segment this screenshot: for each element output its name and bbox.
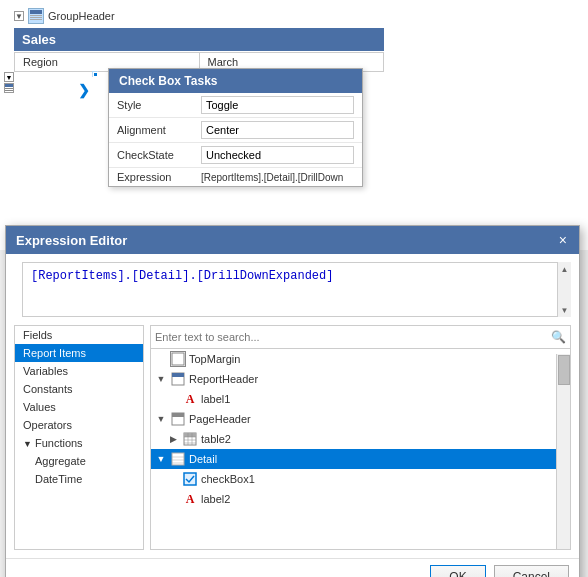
tasks-checkstate-label: CheckState — [117, 149, 197, 161]
tree-item-detail[interactable]: ▼ Detail — [151, 449, 570, 469]
detail-band: ▼ — [4, 72, 14, 93]
icon-topmargin — [170, 351, 186, 367]
expr-title-bar: Expression Editor × — [6, 226, 579, 254]
tasks-alignment-label: Alignment — [117, 124, 197, 136]
svg-rect-12 — [172, 413, 184, 417]
left-item-report-items[interactable]: Report Items — [15, 344, 143, 362]
tasks-alignment-value[interactable]: Center — [201, 121, 354, 139]
left-item-fields[interactable]: Fields — [15, 326, 143, 344]
expr-right-panel: 🔍 TopMargin ▼ — [150, 325, 571, 550]
tasks-style-dropdown[interactable]: Toggle — [201, 96, 354, 114]
expr-close-button[interactable]: × — [557, 232, 569, 248]
svg-rect-0 — [30, 10, 42, 14]
tasks-expression-value: [ReportItems].[Detail].[DrillDown — [201, 172, 354, 183]
svg-rect-3 — [30, 19, 42, 20]
tree-area: TopMargin ▼ ReportHeader — [151, 349, 570, 542]
designer-area: ▼ GroupHeader Sales Region March ▼ — [0, 0, 588, 250]
scroll-up-arrow[interactable]: ▲ — [559, 262, 571, 276]
svg-rect-6 — [5, 90, 13, 91]
scroll-down-arrow[interactable]: ▼ — [559, 303, 571, 317]
tree-item-label2[interactable]: A label2 — [151, 489, 570, 509]
svg-rect-2 — [30, 17, 42, 18]
expr-footer: OK Cancel — [6, 558, 579, 577]
icon-label1: A — [182, 391, 198, 407]
toggle-checkbox1 — [167, 473, 179, 485]
band-icon — [28, 8, 44, 24]
toggle-pageheader[interactable]: ▼ — [155, 413, 167, 425]
left-item-functions[interactable]: ▼Functions — [15, 434, 143, 452]
search-bar: 🔍 — [151, 326, 570, 349]
label-table2: table2 — [201, 433, 231, 445]
scrollbar-thumb[interactable] — [558, 355, 570, 385]
handle-br — [93, 72, 98, 77]
tree-item-label1[interactable]: A label1 — [151, 389, 570, 409]
expr-text-value: [ReportItems].[Detail].[DrillDownExpande… — [31, 269, 333, 283]
tasks-panel: Check Box Tasks Style Toggle Alignment C… — [108, 68, 363, 187]
sales-row: Sales — [14, 28, 384, 51]
left-item-constants[interactable]: Constants — [15, 380, 143, 398]
tree-item-topmargin[interactable]: TopMargin — [151, 349, 570, 369]
expr-text-scrollbar[interactable]: ▲ ▼ — [557, 262, 571, 317]
left-item-aggregate[interactable]: Aggregate — [15, 452, 143, 470]
band-toggle[interactable]: ▼ — [14, 11, 24, 21]
svg-rect-5 — [5, 88, 13, 89]
detail-toggle1[interactable]: ▼ — [4, 72, 14, 82]
toggle-table2[interactable]: ▶ — [167, 433, 179, 445]
expr-left-panel: Fields Report Items Variables Constants … — [14, 325, 144, 550]
tasks-alignment-row: Alignment Center — [109, 118, 362, 143]
tree-item-pageheader[interactable]: ▼ PageHeader — [151, 409, 570, 429]
icon-checkbox1 — [182, 471, 198, 487]
search-input[interactable] — [155, 331, 551, 343]
search-icon: 🔍 — [551, 330, 566, 344]
tree-item-table2[interactable]: ▶ table2 — [151, 429, 570, 449]
label-topmargin: TopMargin — [189, 353, 240, 365]
tasks-panel-header: Check Box Tasks — [109, 69, 362, 93]
svg-rect-4 — [5, 84, 13, 87]
tasks-style-value[interactable]: Toggle — [201, 96, 354, 114]
svg-rect-14 — [184, 433, 196, 437]
label-label2: label2 — [201, 493, 230, 505]
tasks-checkstate-row: CheckState Unchecked — [109, 143, 362, 168]
expr-bottom-panels: Fields Report Items Variables Constants … — [14, 325, 571, 550]
tasks-style-label: Style — [117, 99, 197, 111]
toggle-reportheader[interactable]: ▼ — [155, 373, 167, 385]
tree-item-checkbox1[interactable]: checkBox1 — [151, 469, 570, 489]
tasks-checkstate-dropdown[interactable]: Unchecked — [201, 146, 354, 164]
detail-toggle2[interactable] — [4, 83, 14, 93]
svg-rect-24 — [184, 473, 196, 485]
expr-title: Expression Editor — [16, 233, 127, 248]
ok-button[interactable]: OK — [430, 565, 485, 577]
group-header-band: ▼ GroupHeader — [14, 8, 115, 24]
expression-editor-dialog: Expression Editor × [ReportItems].[Detai… — [5, 225, 580, 577]
toggle-topmargin — [155, 353, 167, 365]
group-header-label: GroupHeader — [48, 10, 115, 22]
tasks-checkstate-value[interactable]: Unchecked — [201, 146, 354, 164]
toggle-label1 — [167, 393, 179, 405]
svg-rect-8 — [172, 353, 184, 365]
icon-pageheader — [170, 411, 186, 427]
icon-reportheader — [170, 371, 186, 387]
right-panel-scrollbar[interactable] — [556, 354, 570, 549]
cancel-button[interactable]: Cancel — [494, 565, 569, 577]
icon-detail — [170, 451, 186, 467]
label-pageheader: PageHeader — [189, 413, 251, 425]
tree-item-reportheader[interactable]: ▼ ReportHeader — [151, 369, 570, 389]
left-item-datetime[interactable]: DateTime — [15, 470, 143, 488]
toggle-detail[interactable]: ▼ — [155, 453, 167, 465]
svg-rect-10 — [172, 373, 184, 377]
tasks-alignment-dropdown[interactable]: Center — [201, 121, 354, 139]
expr-text-container: [ReportItems].[Detail].[DrillDownExpande… — [14, 262, 571, 317]
label-checkbox1: checkBox1 — [201, 473, 255, 485]
left-item-operators[interactable]: Operators — [15, 416, 143, 434]
label-label1: label1 — [201, 393, 230, 405]
label-detail: Detail — [189, 453, 217, 465]
tasks-expression-row: Expression [ReportItems].[Detail].[Drill… — [109, 168, 362, 186]
arrow-indicator: ❯ — [78, 82, 90, 98]
left-item-values[interactable]: Values — [15, 398, 143, 416]
icon-label2: A — [182, 491, 198, 507]
left-item-variables[interactable]: Variables — [15, 362, 143, 380]
expr-text-area[interactable]: [ReportItems].[Detail].[DrillDownExpande… — [22, 262, 563, 317]
tasks-expression-label: Expression — [117, 171, 197, 183]
label-reportheader: ReportHeader — [189, 373, 258, 385]
tasks-style-row: Style Toggle — [109, 93, 362, 118]
